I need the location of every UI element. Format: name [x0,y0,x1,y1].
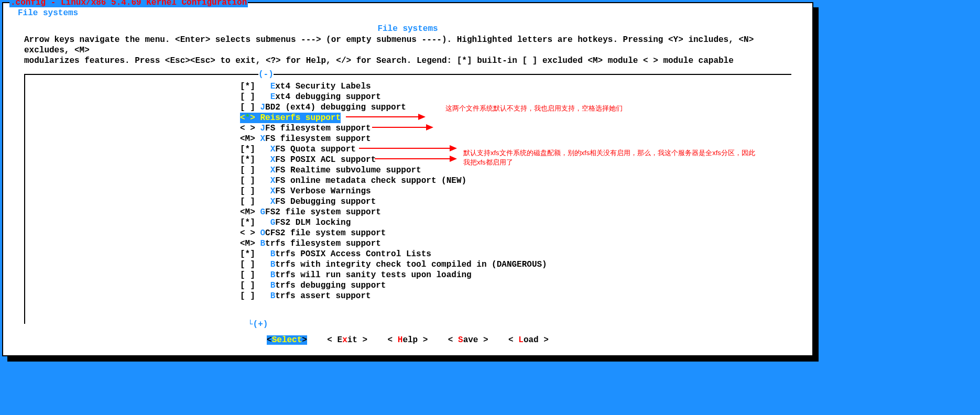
menu-item[interactable]: <M> GFS2 file system support [240,207,547,217]
menu-item[interactable]: [ ] Btrfs assert support [240,291,547,301]
arrow-icon [375,158,456,159]
menu-list: [*] Ext4 Security Labels[ ] Ext4 debuggi… [240,81,547,301]
help-button[interactable]: < Help > [388,335,428,345]
exit-button[interactable]: < Exit > [327,335,367,345]
menu-item[interactable]: [ ] XFS Debugging support [240,196,547,207]
menu-item[interactable]: [ ] Btrfs with integrity check tool comp… [240,259,547,270]
help-text: Arrow keys navigate the menu. <Enter> se… [24,35,791,66]
menu-item[interactable]: [ ] XFS online metadata check support (N… [240,176,547,186]
save-button[interactable]: < Save > [448,335,488,345]
menu-item[interactable]: [*] Ext4 Security Labels [240,81,547,92]
menu-item[interactable]: [ ] Btrfs debugging support [240,280,547,291]
section-title: File systems [3,24,812,34]
load-button[interactable]: < Load > [508,335,549,345]
menuconfig-window: .config - Linux/x86 5.4.69 Kernel Config… [2,2,813,356]
scroll-up-indicator[interactable]: (-) [258,70,274,79]
select-button[interactable]: <Select> [267,335,307,345]
arrow-icon [346,116,424,117]
menu-item[interactable]: <*> Reiserfs support [240,113,341,123]
arrow-icon [372,127,432,128]
scroll-down-indicator[interactable]: └(+) [248,320,268,329]
menu-item[interactable]: [*] Btrfs POSIX Access Control Lists [240,249,547,259]
menu-item[interactable]: [ ] Ext4 debugging support [240,92,547,102]
breadcrumb: File systems [16,8,80,18]
annotation-1: 这两个文件系统默认不支持，我也启用支持，空格选择她们 [445,104,623,113]
menu-item[interactable]: <M> XFS filesystem support [240,134,547,144]
menu-item[interactable]: [ ] XFS Verbose Warnings [240,186,547,196]
menu-box: (-) [*] Ext4 Security Labels[ ] Ext4 deb… [24,74,791,324]
menu-item[interactable]: < > OCFS2 file system support [240,228,547,238]
button-bar: <Select> < Exit > < Help > < Save > < Lo… [3,335,812,345]
arrow-icon [359,148,456,149]
menu-item[interactable]: < > JFS filesystem support [240,123,547,134]
annotation-2: 默认支持xfs文件系统的磁盘配额，别的xfs相关没有启用，那么，我这个服务器是全… [463,148,757,167]
menu-item[interactable]: [*] GFS2 DLM locking [240,217,547,228]
config-title: .config - Linux/x86 5.4.69 Kernel Config… [9,0,248,7]
menu-item[interactable]: <M> Btrfs filesystem support [240,238,547,249]
menu-item[interactable]: [ ] Btrfs will run sanity tests upon loa… [240,270,547,280]
